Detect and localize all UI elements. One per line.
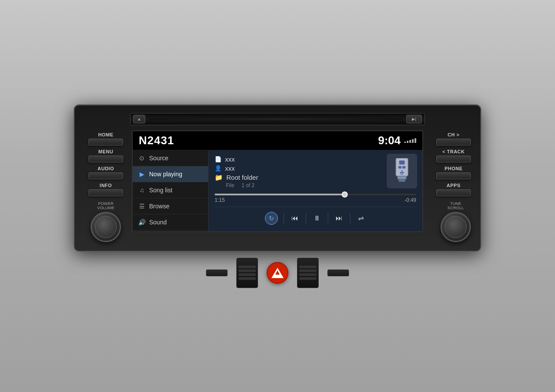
progress-remaining: -0:49 [405, 197, 416, 203]
power-volume-knob-area: POWERVOLUME [84, 201, 127, 242]
cd-slot-inner [149, 118, 403, 120]
shuffle-icon: ⇌ [358, 214, 364, 222]
browse-icon: ☰ [138, 203, 146, 210]
progress-area: 1:15 -0:49 [215, 194, 416, 203]
ch-button[interactable]: CH > [436, 132, 471, 146]
menu-item-now-playing-label: Now playing [149, 171, 182, 178]
svg-rect-1 [399, 160, 405, 164]
track-artist: xxx [225, 165, 235, 172]
svg-rect-2 [398, 166, 402, 168]
screen-header: N2431 9:04 [133, 131, 422, 150]
track-filename-row: 📄 xxx [215, 156, 416, 163]
bottom-left-buttons [206, 269, 228, 276]
hazard-button[interactable] [267, 262, 288, 284]
svg-rect-8 [399, 179, 405, 181]
screen: N2431 9:04 [132, 130, 423, 232]
track-filename: xxx [225, 156, 235, 163]
file-count: 1 of 2 [242, 182, 255, 188]
progress-thumb [342, 191, 348, 198]
menu-item-source-label: Source [149, 155, 168, 162]
next-icon: ⏭ [336, 214, 343, 222]
bottom-right-btn-1[interactable] [327, 269, 349, 276]
menu-item-browse-label: Browse [149, 203, 170, 210]
hazard-triangle-icon [271, 268, 284, 278]
head-unit: ▲ ▶| HOME MENU AUDIO [74, 104, 481, 252]
menu-item-browse[interactable]: ☰ Browse [133, 198, 208, 214]
power-volume-knob[interactable] [91, 212, 121, 242]
screen-time-area: 9:04 [378, 134, 416, 147]
menu-item-sound-label: Sound [149, 219, 166, 226]
apps-button[interactable]: APPS [436, 183, 471, 196]
right-controls: CH > < TRACK PHONE APPS TUNESCROLL [428, 130, 471, 242]
progress-times: 1:15 -0:49 [215, 197, 416, 203]
menu-item-source[interactable]: ⊙ Source [133, 150, 208, 166]
now-playing-icon: ▶ [138, 171, 146, 178]
artist-icon: 👤 [215, 165, 222, 172]
source-icon: ⊙ [138, 155, 146, 162]
file-icon: 📄 [215, 156, 222, 162]
bottom-left-btn-1[interactable] [206, 269, 228, 276]
file-count-row: File 1 of 2 [215, 182, 416, 188]
svg-rect-7 [398, 176, 406, 179]
prev-button[interactable]: ⏮ [284, 211, 306, 226]
screen-body: ⊙ Source ▶ Now playing ♫ Song list ☰ [133, 150, 422, 231]
shuffle-button[interactable]: ⇌ [350, 211, 372, 226]
prev-icon: ⏮ [291, 214, 298, 222]
bottom-right-buttons [327, 269, 349, 276]
screen-time: 9:04 [378, 134, 401, 147]
vent-right[interactable] [297, 258, 319, 288]
song-list-icon: ♫ [138, 187, 146, 194]
signal-bars [404, 138, 416, 143]
vent-left[interactable] [236, 258, 258, 288]
middle-section: HOME MENU AUDIO INFO POWERVOLUME [84, 130, 471, 242]
sound-icon: 🔊 [138, 219, 146, 226]
screen-title: N2431 [139, 134, 174, 147]
info-button[interactable]: INFO [84, 183, 127, 196]
left-controls: HOME MENU AUDIO INFO POWERVOLUME [84, 130, 127, 242]
audio-button[interactable]: AUDIO [84, 166, 127, 179]
cd-slot-row: ▲ ▶| [84, 113, 471, 125]
folder-name-row: 📁 Root folder [215, 174, 416, 181]
folder-info: 📁 Root folder File 1 of 2 [215, 174, 416, 188]
content-area: 📄 xxx 👤 xxx 📁 Root folder [209, 150, 422, 231]
cd-slot: ▲ ▶| [130, 113, 425, 125]
pause-button[interactable]: ⏸ [306, 211, 328, 226]
progress-bar-track[interactable] [215, 194, 416, 195]
menu-item-song-list-label: Song list [149, 187, 173, 194]
home-button[interactable]: HOME [84, 132, 127, 146]
cd-next-button[interactable]: ▶| [406, 115, 422, 123]
menu-item-sound[interactable]: 🔊 Sound [133, 214, 208, 230]
tune-scroll-knob-area: TUNESCROLL [441, 201, 471, 242]
pause-icon: ⏸ [313, 214, 320, 222]
repeat-icon: ↻ [265, 212, 278, 225]
svg-rect-3 [402, 166, 405, 168]
track-info: 📄 xxx 👤 xxx 📁 Root folder [215, 156, 416, 188]
folder-icon: 📁 [215, 174, 223, 181]
tune-scroll-knob[interactable] [441, 212, 471, 242]
menu-item-song-list[interactable]: ♫ Song list [133, 182, 208, 198]
phone-button[interactable]: PHONE [436, 166, 471, 179]
file-label: File [226, 182, 234, 188]
cd-eject-button[interactable]: ▲ [133, 115, 145, 123]
usb-icon-area [387, 154, 417, 188]
progress-bar-fill [215, 194, 346, 195]
menu-sidebar: ⊙ Source ▶ Now playing ♫ Song list ☰ [133, 150, 209, 231]
next-button[interactable]: ⏭ [328, 211, 350, 226]
folder-name-text: Root folder [226, 174, 258, 181]
repeat-button[interactable]: ↻ [259, 211, 284, 226]
track-button[interactable]: < TRACK [436, 149, 471, 162]
menu-button[interactable]: MENU [84, 149, 127, 162]
playback-controls: ↻ ⏮ ⏸ ⏭ [215, 207, 416, 226]
track-artist-row: 👤 xxx [215, 165, 416, 172]
menu-item-now-playing[interactable]: ▶ Now playing [133, 166, 208, 182]
car-dashboard: ▲ ▶| HOME MENU AUDIO [61, 104, 494, 288]
usb-icon [391, 158, 413, 184]
progress-current: 1:15 [215, 197, 225, 203]
bottom-area [197, 258, 358, 288]
